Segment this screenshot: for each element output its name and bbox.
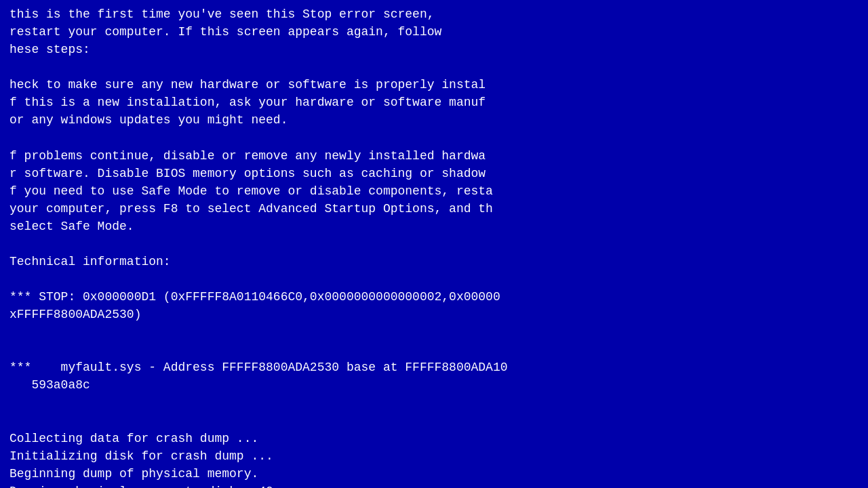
bsod-line: 593a0a8c [9,376,859,394]
bsod-line: f you need to use Safe Mode to remove or… [9,182,859,200]
bsod-line: or any windows updates you might need. [9,111,859,129]
bsod-screen: this is the first time you've seen this … [0,0,868,488]
bsod-line: heck to make sure any new hardware or so… [9,76,859,94]
bsod-line [9,129,859,147]
bsod-line: Dumping physical memory to disk: 40 [9,483,859,488]
bsod-line [9,235,859,253]
bsod-line: your computer, press F8 to select Advanc… [9,200,859,218]
bsod-text-content: this is the first time you've seen this … [9,5,859,488]
bsod-line: f problems continue, disable or remove a… [9,147,859,165]
bsod-line: Collecting data for crash dump ... [9,430,859,447]
bsod-line: select Safe Mode. [9,218,859,235]
bsod-line: *** myfault.sys - Address FFFFF8800ADA25… [9,359,859,376]
bsod-line: xFFFFF8800ADA2530) [9,306,859,323]
bsod-line [9,323,859,341]
bsod-line [9,341,859,359]
bsod-line: hese steps: [9,41,859,58]
bsod-line [9,270,859,288]
bsod-line [9,394,859,412]
bsod-line: Technical information: [9,253,859,270]
bsod-line: Initializing disk for crash dump ... [9,447,859,465]
bsod-line [9,412,859,430]
bsod-line: *** STOP: 0x000000D1 (0xFFFFF8A0110466C0… [9,288,859,306]
bsod-line [9,58,859,76]
bsod-line: restart your computer. If this screen ap… [9,23,859,41]
bsod-line: f this is a new installation, ask your h… [9,94,859,111]
bsod-line: r software. Disable BIOS memory options … [9,165,859,182]
bsod-line: Beginning dump of physical memory. [9,465,859,483]
bsod-line: this is the first time you've seen this … [9,5,859,23]
